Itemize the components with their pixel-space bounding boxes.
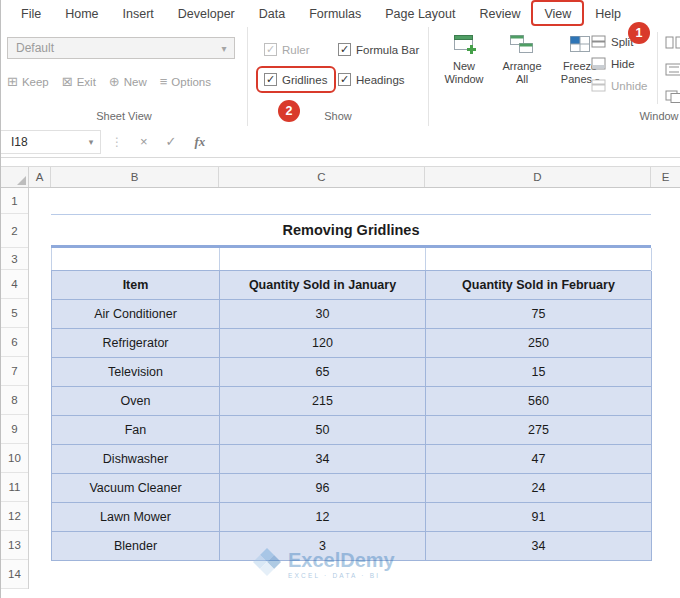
checkbox-formula-bar[interactable]: ✓Formula Bar bbox=[338, 43, 419, 56]
table-cell[interactable]: 34 bbox=[426, 532, 652, 561]
table-cell[interactable]: Vacuum Cleaner bbox=[52, 474, 220, 503]
row-header-13[interactable]: 13 bbox=[1, 531, 28, 560]
table-cell[interactable]: 15 bbox=[426, 358, 652, 387]
table-cell[interactable]: 47 bbox=[426, 445, 652, 474]
row-header-3[interactable]: 3 bbox=[1, 248, 28, 270]
name-box[interactable]: I18 ▾ bbox=[1, 130, 101, 154]
ribbon-tab-bar: FileHomeInsertDeveloperDataFormulasPage … bbox=[1, 0, 680, 27]
hide-button[interactable]: Hide bbox=[591, 57, 647, 70]
divider bbox=[657, 32, 658, 104]
table-cell[interactable]: 215 bbox=[220, 387, 426, 416]
exceldemy-logo-icon bbox=[253, 548, 281, 580]
table-cell[interactable]: Dishwasher bbox=[52, 445, 220, 474]
column-header-b[interactable]: B bbox=[51, 167, 219, 187]
checkbox-ruler[interactable]: ✓Ruler bbox=[264, 43, 326, 56]
table-cell[interactable]: 50 bbox=[220, 416, 426, 445]
sheet-view-dropdown-value: Default bbox=[8, 41, 214, 55]
sheet-view-dropdown[interactable]: Default ▾ bbox=[7, 37, 235, 59]
tab-home[interactable]: Home bbox=[53, 2, 110, 26]
unhide-button[interactable]: Unhide bbox=[591, 79, 647, 92]
cancel-icon[interactable]: × bbox=[140, 134, 148, 149]
tab-file[interactable]: File bbox=[9, 2, 53, 26]
spreadsheet: ABCDE 1234567891011121314 Removing Gridl… bbox=[1, 158, 680, 598]
tab-developer[interactable]: Developer bbox=[166, 2, 247, 26]
row-header-14[interactable]: 14 bbox=[1, 560, 28, 589]
column-header-d[interactable]: D bbox=[425, 167, 651, 187]
table-cell[interactable]: Television bbox=[52, 358, 220, 387]
table-header-cell: Quantity Sold in February bbox=[426, 271, 652, 300]
table-cell[interactable]: 65 bbox=[220, 358, 426, 387]
enter-icon[interactable]: ✓ bbox=[166, 134, 177, 149]
reset-window-position-icon[interactable] bbox=[665, 89, 680, 107]
table-cell[interactable]: 96 bbox=[220, 474, 426, 503]
synchronous-scrolling-icon[interactable] bbox=[665, 62, 680, 80]
ribbon: Default ▾ ⊞Keep⊠Exit⊕New≡Options Sheet V… bbox=[1, 27, 680, 127]
tab-formulas[interactable]: Formulas bbox=[297, 2, 373, 26]
table-cell[interactable]: Oven bbox=[52, 387, 220, 416]
tab-insert[interactable]: Insert bbox=[111, 2, 166, 26]
table-cell[interactable]: Refrigerator bbox=[52, 329, 220, 358]
formula-input[interactable] bbox=[214, 126, 680, 157]
button-exit[interactable]: ⊠Exit bbox=[62, 75, 96, 88]
row-header-11[interactable]: 11 bbox=[1, 473, 28, 502]
table-cell[interactable]: 91 bbox=[426, 503, 652, 532]
insert-function-icon[interactable]: fx bbox=[195, 134, 206, 150]
row-header-10[interactable]: 10 bbox=[1, 444, 28, 473]
callout-2: 2 bbox=[278, 100, 300, 122]
row-header-12[interactable]: 12 bbox=[1, 502, 28, 531]
window-extra-buttons bbox=[665, 35, 680, 107]
sheet-title-cell[interactable]: Removing Gridlines bbox=[51, 214, 651, 248]
tab-help[interactable]: Help bbox=[583, 2, 633, 26]
table-cell[interactable]: Blender bbox=[52, 532, 220, 561]
watermark: ExcelDemy EXCEL · DATA · BI bbox=[253, 548, 395, 580]
row-header-6[interactable]: 6 bbox=[1, 328, 28, 357]
tab-review[interactable]: Review bbox=[467, 2, 532, 26]
arrange-all-button[interactable]: Arrange All bbox=[497, 32, 547, 87]
button-keep[interactable]: ⊞Keep bbox=[7, 75, 49, 88]
table-cell[interactable]: Air Conditioner bbox=[52, 300, 220, 329]
view-side-by-side-icon[interactable] bbox=[665, 35, 680, 53]
new-window-button[interactable]: New Window bbox=[439, 32, 489, 87]
row-header-7[interactable]: 7 bbox=[1, 357, 28, 386]
column-header-e[interactable]: E bbox=[651, 167, 680, 187]
table-cell[interactable]: 275 bbox=[426, 416, 652, 445]
empty-cell[interactable] bbox=[220, 248, 426, 270]
tab-page-layout[interactable]: Page Layout bbox=[373, 2, 467, 26]
column-header-a[interactable]: A bbox=[29, 167, 51, 187]
row-header-4[interactable]: 4 bbox=[1, 270, 28, 299]
row-header-5[interactable]: 5 bbox=[1, 299, 28, 328]
drag-handle-dots-icon: ⋮ bbox=[111, 135, 123, 149]
table-cell[interactable]: 120 bbox=[220, 329, 426, 358]
table-cell[interactable]: 24 bbox=[426, 474, 652, 503]
row-header-8[interactable]: 8 bbox=[1, 386, 28, 415]
group-label-sheet-view: Sheet View bbox=[1, 110, 247, 122]
group-label-window: Window bbox=[429, 110, 680, 122]
table-cell[interactable]: 34 bbox=[220, 445, 426, 474]
callout-1: 1 bbox=[628, 22, 650, 44]
split-icon bbox=[591, 35, 606, 48]
empty-cell[interactable] bbox=[426, 248, 652, 270]
column-header-c[interactable]: C bbox=[219, 167, 425, 187]
empty-cell[interactable] bbox=[52, 248, 220, 270]
chevron-down-icon[interactable]: ▾ bbox=[82, 137, 100, 147]
table-cell[interactable]: 30 bbox=[220, 300, 426, 329]
checkbox-gridlines[interactable]: ✓Gridlines bbox=[264, 73, 326, 86]
table-cell[interactable]: 75 bbox=[426, 300, 652, 329]
table-cell[interactable]: Lawn Mower bbox=[52, 503, 220, 532]
checkbox-icon: ✓ bbox=[338, 43, 351, 56]
table-cell[interactable]: 560 bbox=[426, 387, 652, 416]
empty-bordered-row bbox=[51, 248, 651, 270]
table-cell[interactable]: 250 bbox=[426, 329, 652, 358]
row-header-9[interactable]: 9 bbox=[1, 415, 28, 444]
table-header-cell: Item bbox=[52, 271, 220, 300]
table-cell[interactable]: Fan bbox=[52, 416, 220, 445]
tab-view[interactable]: View bbox=[532, 2, 583, 26]
tab-data[interactable]: Data bbox=[247, 2, 297, 26]
select-all-corner[interactable] bbox=[1, 167, 29, 187]
button-options[interactable]: ≡Options bbox=[160, 75, 211, 88]
row-header-2[interactable]: 2 bbox=[1, 214, 28, 248]
button-new[interactable]: ⊕New bbox=[109, 75, 147, 88]
row-header-1[interactable]: 1 bbox=[1, 188, 28, 214]
table-cell[interactable]: 12 bbox=[220, 503, 426, 532]
checkbox-headings[interactable]: ✓Headings bbox=[338, 73, 419, 86]
